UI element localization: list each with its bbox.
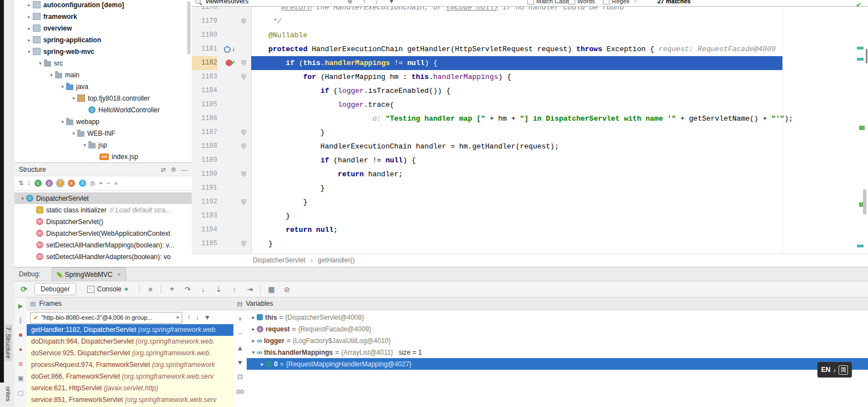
chevron-icon[interactable]: ▸ bbox=[26, 37, 33, 43]
line-number[interactable]: 1182 bbox=[192, 56, 217, 70]
group-by-icon[interactable]: ◎ bbox=[90, 180, 96, 187]
chevron-icon[interactable]: ▸ bbox=[26, 26, 33, 31]
scroll-up-icon[interactable]: ▲ bbox=[237, 344, 243, 352]
scrollbar-thumb[interactable] bbox=[187, 1, 191, 54]
thread-dump-icon[interactable]: ▣ bbox=[18, 375, 23, 382]
project-tree-item[interactable]: ▾jsp bbox=[14, 139, 192, 151]
project-tree-item[interactable]: ▾java bbox=[14, 81, 192, 92]
tab-console[interactable]: >_Console✱ bbox=[82, 284, 134, 295]
fold-marker-icon[interactable] bbox=[241, 143, 246, 150]
line-number[interactable]: 1181 bbox=[192, 42, 217, 56]
project-tree-item[interactable]: ▾main bbox=[14, 69, 192, 81]
checkbox-icon[interactable] bbox=[527, 0, 534, 4]
step-over-icon[interactable]: ↷ bbox=[182, 285, 192, 294]
structure-tool-button[interactable]: 7: Structure bbox=[4, 324, 12, 361]
line-number[interactable]: 1180 bbox=[192, 28, 217, 42]
more-options-icon[interactable]: » bbox=[114, 180, 117, 187]
filter-search-icon[interactable]: ▼ bbox=[388, 0, 395, 7]
stack-frame-row[interactable]: processRequest:974, FrameworkServlet (or… bbox=[27, 359, 233, 371]
variable-row[interactable]: ▸0={RequestMappingHandlerMapping@4027} bbox=[247, 358, 868, 370]
fold-marker-icon[interactable] bbox=[241, 171, 246, 177]
structure-item[interactable]: mDispatcherServlet() bbox=[14, 216, 192, 227]
chevron-icon[interactable]: ▸ bbox=[259, 361, 266, 367]
run-to-cursor-icon[interactable]: ⇥ bbox=[245, 285, 255, 294]
project-tree-item[interactable]: ▾WEB-INF bbox=[14, 127, 192, 139]
structure-item[interactable]: ▾cDispatcherServlet bbox=[14, 192, 192, 204]
line-number[interactable]: 1193 bbox=[192, 209, 217, 223]
autoscroll-icon[interactable]: ⇄ bbox=[161, 166, 166, 173]
line-number[interactable]: 1188 bbox=[192, 140, 217, 153]
project-tree-item[interactable]: ▾top.fjy8018.controller bbox=[14, 92, 192, 104]
step-into-icon[interactable]: ↓ bbox=[198, 285, 208, 294]
code-line[interactable]: 1184 if (logger.isTraceEnabled()) { bbox=[192, 84, 868, 98]
chevron-icon[interactable]: ▾ bbox=[70, 131, 77, 136]
code-line[interactable]: 1188 HandlerExecutionChain handler = hm.… bbox=[192, 140, 868, 153]
code-line[interactable]: 1190 return handler; bbox=[192, 167, 868, 181]
view-breakpoints-icon[interactable]: ● bbox=[19, 346, 23, 353]
show-execution-point-icon[interactable]: ⌖ bbox=[167, 285, 177, 294]
tab-debugger[interactable]: Debugger bbox=[34, 283, 76, 295]
fold-marker-icon[interactable] bbox=[241, 60, 246, 66]
show-classes-icon[interactable]: c bbox=[34, 180, 42, 187]
fold-marker-icon[interactable] bbox=[241, 74, 246, 80]
next-occurrence-icon[interactable]: ↓ bbox=[375, 0, 378, 7]
line-number[interactable]: 1191 bbox=[192, 181, 217, 195]
hide-frames-filter-icon[interactable]: ▼ bbox=[204, 314, 211, 321]
project-tree-item[interactable]: ▸spring-application bbox=[14, 34, 192, 46]
favorites-tool-button[interactable]: orites bbox=[4, 384, 12, 404]
line-number[interactable]: 1187 bbox=[192, 126, 217, 140]
editor[interactable]: 1178 * @return the HandlerExecutionChain… bbox=[192, 0, 868, 267]
code-line[interactable]: 1193 } bbox=[192, 209, 868, 223]
code-line[interactable]: 1189 if (handler != null) { bbox=[192, 153, 868, 167]
chevron-icon[interactable]: ▾ bbox=[250, 349, 257, 355]
stack-frame-row[interactable]: doGet:866, FrameworkServlet (org.springf… bbox=[27, 371, 233, 383]
line-number[interactable]: 1190 bbox=[192, 167, 217, 181]
expand-all-icon[interactable]: + bbox=[99, 180, 102, 187]
show-properties-icon[interactable]: p bbox=[46, 180, 53, 187]
project-tree-item[interactable]: ▾webapp bbox=[14, 116, 192, 127]
collapse-all-icon[interactable]: − bbox=[107, 180, 110, 187]
checkbox-icon[interactable] bbox=[568, 0, 575, 4]
stack-frame-row[interactable]: getHandler:1182, DispatcherServlet (org.… bbox=[27, 324, 233, 336]
project-scrollbar[interactable] bbox=[187, 1, 191, 160]
search-option-words[interactable]: Words bbox=[568, 0, 595, 7]
scroll-down-icon[interactable]: ▼ bbox=[237, 359, 243, 366]
fold-marker-icon[interactable] bbox=[241, 241, 246, 247]
step-out-icon[interactable]: ↑ bbox=[229, 285, 239, 294]
hide-panel-icon[interactable]: — bbox=[181, 166, 187, 173]
structure-item[interactable]: mDispatcherServlet(WebApplicationContext bbox=[14, 227, 192, 239]
line-number[interactable]: 1184 bbox=[192, 84, 217, 98]
stack-frame-row[interactable]: doService:925, DispatcherServlet (org.sp… bbox=[27, 348, 233, 359]
ime-indicator[interactable]: EN ♪ 简 bbox=[817, 362, 852, 378]
thread-selector[interactable]: ✓ "http-bio-8080-exec-3"@4,006 in group.… bbox=[30, 312, 182, 324]
mute-breakpoints-icon[interactable]: ⊘ bbox=[18, 360, 23, 368]
show-lambdas-icon[interactable]: λ bbox=[79, 180, 86, 187]
sort-alpha-icon[interactable]: ⇅ bbox=[18, 180, 23, 187]
view-breakpoints-icon[interactable]: ▦ bbox=[266, 285, 276, 294]
inspections-ok-icon[interactable]: ✔ bbox=[856, 1, 861, 9]
duplicate-watch-icon[interactable]: ⊡ bbox=[237, 373, 243, 381]
code-line[interactable]: 1182✔ if (this.handlerMappings != null) … bbox=[192, 56, 868, 70]
stack-frame-row[interactable]: service:621, HttpServlet (javax.servlet.… bbox=[27, 383, 233, 394]
line-number[interactable]: 1179 bbox=[192, 14, 217, 28]
chevron-icon[interactable]: ▾ bbox=[37, 61, 44, 66]
structure-item[interactable]: msetDetectAllHandlerMappings(boolean): v… bbox=[14, 239, 192, 251]
code-line[interactable]: 1179 */ bbox=[192, 14, 868, 28]
chevron-icon[interactable]: ▸ bbox=[26, 14, 33, 19]
stripe-mark[interactable] bbox=[859, 126, 865, 130]
show-fields-icon[interactable]: f bbox=[57, 180, 64, 187]
clear-search-icon[interactable]: ⊗ bbox=[347, 0, 352, 7]
resume-program-icon[interactable]: ▶ bbox=[18, 302, 23, 310]
structure-item[interactable]: =static class initializer// Load default… bbox=[14, 204, 192, 216]
project-tree-item[interactable]: ▸framework bbox=[14, 11, 192, 22]
project-tree-item[interactable]: ▾spring-web-mvc bbox=[14, 46, 192, 57]
project-tree-item[interactable]: cHelloWorldController bbox=[14, 104, 192, 116]
project-tree-item[interactable]: JSPindex.jsp bbox=[14, 151, 192, 162]
next-frame-icon[interactable]: ↓ bbox=[196, 314, 199, 321]
fold-marker-icon[interactable] bbox=[241, 18, 246, 24]
line-number[interactable]: 1183 bbox=[192, 70, 217, 84]
chevron-icon[interactable]: ▾ bbox=[26, 49, 33, 54]
chevron-icon[interactable]: ▸ bbox=[26, 2, 33, 8]
line-number[interactable]: 1189 bbox=[192, 153, 217, 167]
fold-marker-icon[interactable] bbox=[241, 199, 246, 205]
